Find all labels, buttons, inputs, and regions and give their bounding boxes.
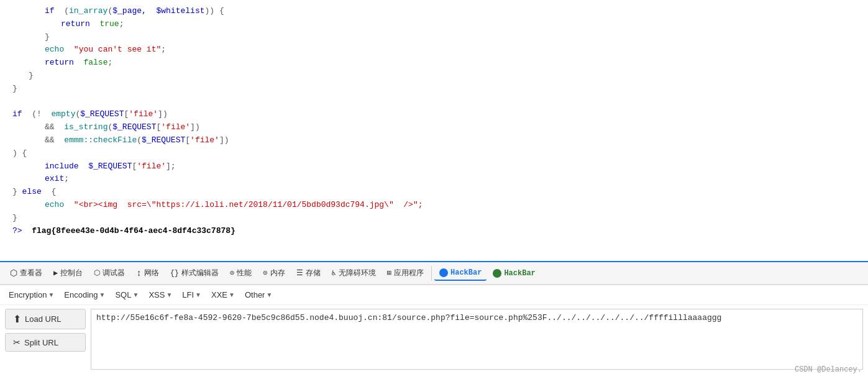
code-line: exit; <box>45 173 856 186</box>
other-dropdown-arrow: ▼ <box>266 291 272 298</box>
style-editor-icon: {} <box>170 269 179 278</box>
code-line: ) { <box>12 147 856 160</box>
sql-dropdown-arrow: ▼ <box>132 291 139 298</box>
toolbar-console[interactable]: ▶ 控制台 <box>48 265 88 281</box>
code-line <box>12 96 856 109</box>
toolbar-accessibility[interactable]: ♿ 无障碍环境 <box>327 265 381 281</box>
hackbar1-icon <box>439 268 448 277</box>
toolbar-separator <box>431 266 432 281</box>
code-line: } <box>45 31 856 44</box>
memory-icon: ⊙ <box>263 268 267 278</box>
encryption-dropdown-arrow: ▼ <box>48 291 54 298</box>
code-line: ?> flag{8feee43e-0d4b-4f64-aec4-8df4c33c… <box>12 225 856 238</box>
code-line: return true; <box>61 18 856 31</box>
toolbar-application[interactable]: ⊞ 应用程序 <box>382 265 429 281</box>
toolbar-inspector[interactable]: ⬡ 查看器 <box>5 265 47 281</box>
hackbar-menu-bar: Encryption ▼ Encoding ▼ SQL ▼ XSS ▼ LFI … <box>0 285 868 305</box>
hackbar2-icon <box>493 269 501 278</box>
code-line: } else { <box>12 186 856 199</box>
menu-encryption[interactable]: Encryption ▼ <box>6 289 57 301</box>
code-line: if (! empty($_REQUEST['file']) <box>12 108 856 121</box>
encoding-dropdown-arrow: ▼ <box>99 291 106 298</box>
hackbar-panel: Encryption ▼ Encoding ▼ SQL ▼ XSS ▼ LFI … <box>0 285 868 378</box>
toolbar-hackbar2[interactable]: HackBar <box>488 267 540 280</box>
network-icon: ↕ <box>136 268 141 278</box>
lfi-dropdown-arrow: ▼ <box>195 291 201 298</box>
devtools-toolbar: ⬡ 查看器 ▶ 控制台 ⬡ 调试器 ↕ 网络 {} 样式编辑器 ⊙ 性能 ⊙ 内… <box>0 261 868 285</box>
url-input-area <box>91 309 863 370</box>
menu-xss[interactable]: XSS ▼ <box>146 289 175 301</box>
toolbar-style-editor[interactable]: {} 样式编辑器 <box>165 265 224 281</box>
load-url-button[interactable]: ⬆ Load URL <box>5 309 86 329</box>
split-url-button[interactable]: ✂ Split URL <box>5 333 86 352</box>
menu-encoding[interactable]: Encoding ▼ <box>62 289 107 301</box>
code-line: if (in_array($_page, $whitelist)) { <box>45 5 856 18</box>
code-line: return false; <box>45 57 856 70</box>
toolbar-performance[interactable]: ⊙ 性能 <box>225 265 257 281</box>
accessibility-icon: ♿ <box>332 268 336 278</box>
performance-icon: ⊙ <box>230 268 234 278</box>
code-line: echo "<br><img src=\"https://i.loli.net/… <box>45 199 856 212</box>
code-display: if (in_array($_page, $whitelist)) {retur… <box>0 0 868 261</box>
code-line: && is_string($_REQUEST['file']) <box>45 121 856 134</box>
code-line: } <box>12 83 856 96</box>
code-line: } <box>12 212 856 225</box>
xss-dropdown-arrow: ▼ <box>166 291 172 298</box>
url-textarea[interactable] <box>91 309 863 370</box>
menu-lfi[interactable]: LFI ▼ <box>180 289 204 301</box>
action-buttons-panel: ⬆ Load URL ✂ Split URL <box>5 309 86 370</box>
code-line: include $_REQUEST['file']; <box>45 160 856 173</box>
code-line: } <box>29 70 856 83</box>
code-line: && emmm::checkFile($_REQUEST['file']) <box>45 134 856 147</box>
hackbar-content: ⬆ Load URL ✂ Split URL <box>0 305 868 373</box>
load-url-icon: ⬆ <box>13 313 21 325</box>
toolbar-network[interactable]: ↕ 网络 <box>131 265 163 281</box>
toolbar-hackbar1[interactable]: HackBar <box>434 266 487 281</box>
menu-sql[interactable]: SQL ▼ <box>112 289 141 301</box>
toolbar-debugger[interactable]: ⬡ 调试器 <box>89 265 130 281</box>
console-icon: ▶ <box>53 268 58 278</box>
toolbar-memory[interactable]: ⊙ 内存 <box>258 265 290 281</box>
split-url-icon: ✂ <box>13 337 21 347</box>
xxe-dropdown-arrow: ▼ <box>229 291 235 298</box>
code-line: echo "you can't see it"; <box>45 43 856 57</box>
menu-other[interactable]: Other ▼ <box>242 289 275 301</box>
toolbar-storage[interactable]: ☰ 存储 <box>291 265 326 281</box>
menu-xxe[interactable]: XXE ▼ <box>209 289 237 301</box>
csdn-watermark: CSDN @Delancey. <box>795 365 862 374</box>
storage-icon: ☰ <box>296 268 303 278</box>
inspector-icon: ⬡ <box>10 268 17 278</box>
debugger-icon: ⬡ <box>94 268 100 278</box>
application-icon: ⊞ <box>387 268 391 278</box>
